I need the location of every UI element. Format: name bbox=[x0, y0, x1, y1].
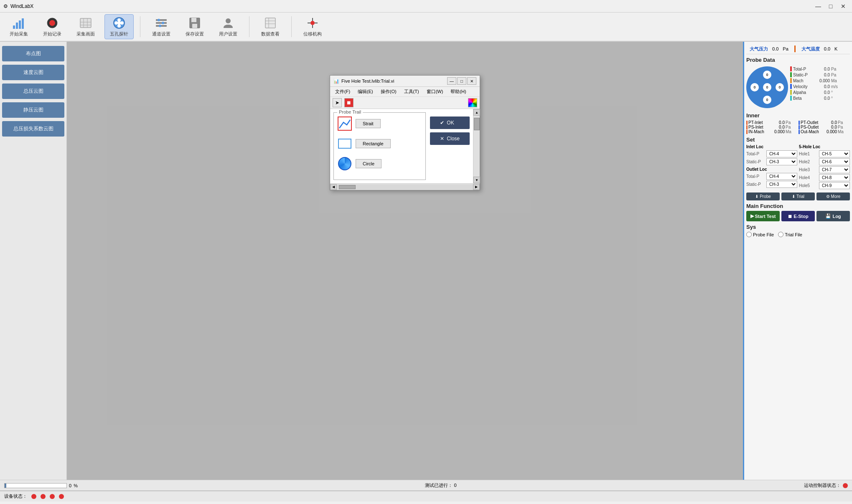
hscrollbar-left[interactable]: ◀ bbox=[330, 184, 337, 190]
probe-trail-group: Probe Trail Strait bbox=[333, 112, 426, 180]
toolbar-collect-map[interactable]: 采集画面 bbox=[71, 14, 100, 39]
modal-toolbar-arrow[interactable]: ➤ bbox=[333, 98, 342, 107]
svg-rect-17 bbox=[156, 19, 167, 21]
svg-rect-27 bbox=[265, 18, 275, 28]
sidebar-total-loss-map[interactable]: 总压损失系数云图 bbox=[2, 121, 64, 137]
toolbar-five-hole[interactable]: 五孔探针 bbox=[104, 14, 134, 39]
modal-maximize[interactable]: □ bbox=[457, 77, 466, 85]
start-test-button[interactable]: ▶ Start Test bbox=[746, 211, 780, 221]
svg-point-15 bbox=[120, 21, 124, 25]
svg-rect-24 bbox=[191, 18, 196, 22]
set-title: Set bbox=[746, 137, 850, 143]
ps-outlet-color bbox=[799, 125, 800, 129]
toolbar-channel-set[interactable]: 通道设置 bbox=[147, 14, 176, 39]
hole1-row: Hole1 CH-5CH-1CH-2CH-3 bbox=[799, 150, 850, 157]
svg-point-5 bbox=[49, 20, 55, 26]
outlet-static-p-select[interactable]: CH-3CH-1CH-2CH-4 bbox=[766, 181, 797, 188]
sidebar-static-p-map[interactable]: 静压云图 bbox=[2, 102, 64, 118]
modal-menu-operate[interactable]: 操作(O) bbox=[379, 88, 398, 96]
hscrollbar-right[interactable]: ▶ bbox=[473, 184, 480, 190]
scrollbar-up[interactable]: ▲ bbox=[473, 109, 480, 116]
mach-bar bbox=[790, 78, 792, 83]
modal-toolbar-stop[interactable]: ⏹ bbox=[344, 98, 354, 107]
hole-top: 0 bbox=[763, 71, 771, 79]
mach-value: 0.000 bbox=[817, 79, 830, 83]
hole1-select[interactable]: CH-5CH-1CH-2CH-3 bbox=[819, 150, 850, 157]
ps-inlet-value: 0.0 bbox=[772, 125, 785, 129]
probe-label: Probe bbox=[760, 194, 771, 199]
modal-minimize[interactable]: — bbox=[447, 77, 456, 85]
circle-button[interactable]: Circle bbox=[356, 159, 381, 168]
probe-button[interactable]: ⬇ Probe bbox=[746, 192, 780, 200]
probe-row-alpaha: Alpaha 0.0 ° bbox=[790, 90, 838, 95]
modal-menu-edit[interactable]: 编辑(E) bbox=[356, 88, 375, 96]
e-stop-button[interactable]: ⏹ E-Stop bbox=[781, 211, 815, 221]
device-dot-1 bbox=[31, 494, 36, 499]
trail-item-circle[interactable]: Circle bbox=[337, 156, 422, 171]
modal-controls: — □ ✕ bbox=[447, 77, 476, 85]
modal-color-button[interactable] bbox=[468, 98, 477, 107]
modal-menu-file[interactable]: 文件(F) bbox=[333, 88, 352, 96]
probe-row-velocity: Velocity 0.0 m/s bbox=[790, 84, 838, 89]
svg-rect-0 bbox=[13, 25, 15, 29]
rectangle-icon bbox=[337, 136, 352, 151]
toolbar-save-set[interactable]: 保存设置 bbox=[180, 14, 209, 39]
total-p-value: 0.0 bbox=[817, 67, 830, 71]
set-left: Inlet Loc Total-P CH-4CH-1CH-2CH-3CH-5 S… bbox=[746, 144, 797, 190]
modal-menu-tools[interactable]: 工具(T) bbox=[402, 88, 421, 96]
modal-title-left: 📊 Five Hole Test.lvlib:Trial.vi bbox=[333, 79, 394, 84]
maximize-button[interactable]: □ bbox=[825, 2, 836, 10]
trail-item-rectangle[interactable]: Rectangle bbox=[337, 136, 422, 151]
out-mach-unit: Ma bbox=[838, 129, 844, 134]
inlet-total-p-select[interactable]: CH-4CH-1CH-2CH-3CH-5 bbox=[766, 150, 797, 157]
ps-inlet-label: PS-Inlet bbox=[748, 125, 771, 129]
strait-button[interactable]: Strait bbox=[356, 119, 381, 128]
hole4-select[interactable]: CH-8CH-1CH-2 bbox=[819, 174, 850, 181]
minimize-button[interactable]: — bbox=[813, 2, 824, 10]
modal-menu-help[interactable]: 帮助(H) bbox=[449, 88, 468, 96]
beta-label: Beta bbox=[793, 96, 816, 101]
hole5-select[interactable]: CH-9CH-1CH-2 bbox=[819, 182, 850, 189]
more-button[interactable]: ⚙ More bbox=[816, 192, 850, 200]
hole3-select[interactable]: CH-7CH-1CH-2 bbox=[819, 166, 850, 173]
inlet-static-p-select[interactable]: CH-3CH-1CH-2CH-4 bbox=[766, 158, 797, 165]
hscrollbar-thumb[interactable] bbox=[339, 185, 356, 189]
sidebar-velocity-map[interactable]: 速度云图 bbox=[2, 65, 64, 80]
modal-menu-window[interactable]: 窗口(W) bbox=[425, 88, 445, 96]
close-label: Close bbox=[447, 136, 460, 142]
toolbar-position-mech[interactable]: 位移机构 bbox=[298, 14, 327, 39]
trail-item-strait[interactable]: Strait bbox=[337, 116, 422, 131]
probe-file-radio[interactable] bbox=[746, 232, 752, 237]
probe-data-title: Probe Data bbox=[746, 57, 850, 63]
trial-file-radio[interactable] bbox=[778, 232, 783, 237]
toolbar-label-collect-map: 采集画面 bbox=[76, 31, 95, 37]
modal-close-button[interactable]: ✕ Close bbox=[430, 132, 470, 145]
svg-point-20 bbox=[158, 19, 160, 21]
status-right: 运动控制器状态： bbox=[804, 482, 848, 489]
inner-in-mach-row: IN-Mach 0.000 Ma bbox=[746, 129, 798, 134]
velocity-label: Velocity bbox=[793, 84, 816, 89]
modal-body-wrapper: Probe Trail Strait bbox=[330, 109, 480, 183]
modal-close-x[interactable]: ✕ bbox=[467, 77, 476, 85]
toolbar-data-check[interactable]: 数据查看 bbox=[256, 14, 285, 39]
modal-body: Probe Trail Strait bbox=[330, 109, 473, 183]
toolbar-start-collect[interactable]: 开始采集 bbox=[4, 14, 33, 39]
hole2-select[interactable]: CH-6CH-1CH-2 bbox=[819, 158, 850, 165]
scrollbar-down[interactable]: ▼ bbox=[473, 177, 480, 183]
toolbar-user-set[interactable]: 用户设置 bbox=[214, 14, 243, 39]
test-progress-value: 0 bbox=[454, 483, 456, 488]
sidebar-total-p-map[interactable]: 总压云图 bbox=[2, 84, 64, 99]
close-button[interactable]: ✕ bbox=[838, 2, 849, 10]
scrollbar-track bbox=[473, 116, 480, 177]
pt-inlet-color bbox=[746, 121, 748, 125]
outlet-total-p-select[interactable]: CH-4CH-1CH-2CH-3 bbox=[766, 173, 797, 180]
scrollbar-thumb[interactable] bbox=[474, 118, 480, 130]
modal-ok-button[interactable]: ✔ OK bbox=[430, 117, 470, 129]
rectangle-button[interactable]: Rectangle bbox=[356, 139, 391, 148]
trial-button[interactable]: ⬇ Trial bbox=[781, 192, 815, 200]
toolbar-start-record[interactable]: 开始记录 bbox=[38, 14, 67, 39]
start-test-label: Start Test bbox=[755, 214, 776, 219]
log-button[interactable]: 💾 Log bbox=[816, 211, 850, 221]
sidebar-layout-map[interactable]: 布点图 bbox=[2, 46, 64, 61]
data-icon bbox=[264, 16, 277, 30]
